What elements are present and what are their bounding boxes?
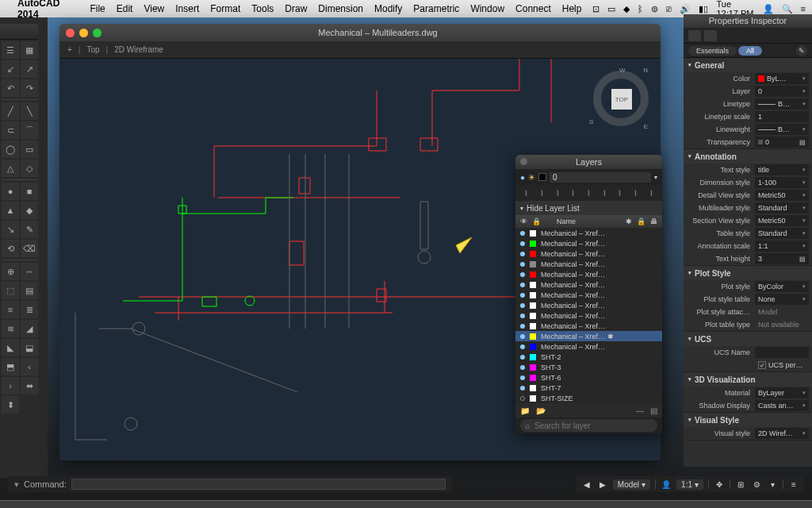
tool-0[interactable]: ☰ xyxy=(2,41,19,59)
visibility-icon[interactable] xyxy=(520,365,525,370)
layer-row[interactable]: Mechanical – Xref… xyxy=(515,279,662,290)
current-layer-row[interactable]: ● ☀ 0 ▾ xyxy=(515,169,662,185)
menu-format[interactable]: Format xyxy=(210,3,240,14)
menubar-icon[interactable]: ⊡ xyxy=(592,4,599,14)
tool-43[interactable]: ⬍ xyxy=(2,396,19,414)
tool-33[interactable]: ◣ xyxy=(2,339,19,356)
layer-row[interactable]: Mechanical – Xref… xyxy=(515,300,662,310)
tool-18[interactable]: ▲ xyxy=(2,202,19,219)
layer-row[interactable]: Mechanical – Xref… xyxy=(515,259,662,269)
menu-view[interactable]: View xyxy=(144,3,164,14)
menubar-wifi-icon[interactable]: ⊜ xyxy=(651,4,658,14)
tool-14[interactable]: △ xyxy=(2,160,19,177)
tool-16[interactable]: ● xyxy=(2,183,19,200)
tool-13[interactable]: ▭ xyxy=(21,140,38,158)
tool-19[interactable]: ◆ xyxy=(21,202,38,219)
status-annotation-scale[interactable]: 1:1 ▾ xyxy=(676,479,703,490)
tool-1[interactable]: ▦ xyxy=(21,41,38,59)
tool-21[interactable]: ✎ xyxy=(21,221,38,238)
menu-tools[interactable]: Tools xyxy=(251,3,274,14)
visibility-icon[interactable] xyxy=(520,344,525,349)
col-icon[interactable]: 🔒 xyxy=(637,217,645,225)
command-input[interactable] xyxy=(71,479,446,490)
tool-6[interactable]: ↶ xyxy=(2,79,19,97)
col-icon[interactable]: 🖶 xyxy=(650,217,657,225)
settings-icon[interactable]: ▤ xyxy=(650,406,657,415)
tool-42[interactable]: ⬌ xyxy=(21,377,38,394)
layer-row[interactable]: Mechanical – Xref… xyxy=(515,228,662,238)
zoom-button[interactable] xyxy=(93,29,102,37)
status-menu-icon[interactable]: ≡ xyxy=(788,479,799,490)
tool-10[interactable]: ⊂ xyxy=(2,121,19,139)
prop-visual-style[interactable]: 2D Wiref…▾ xyxy=(755,428,809,439)
menubar-notifications-icon[interactable]: ≡ xyxy=(801,4,806,13)
visibility-icon[interactable] xyxy=(520,283,525,287)
menu-draw[interactable]: Draw xyxy=(285,3,307,14)
tool-23[interactable]: ⌫ xyxy=(21,240,38,257)
tool-15[interactable]: ◇ xyxy=(21,160,38,177)
props-brush-tab-icon[interactable] xyxy=(704,30,717,41)
prop-plot-style-table[interactable]: None▾ xyxy=(755,294,809,305)
section-ucs[interactable]: UCS xyxy=(684,332,812,346)
menubar-icon[interactable]: ▭ xyxy=(607,4,615,14)
layer-row[interactable]: SHT-7 xyxy=(515,383,662,393)
filter-icon[interactable]: ⌇ xyxy=(521,187,532,198)
col-icon[interactable]: ✱ xyxy=(626,217,632,225)
visibility-icon[interactable] xyxy=(520,252,525,256)
prop-detail-view-style[interactable]: Metric50▾ xyxy=(755,190,809,201)
layer-row[interactable]: SHT-3 xyxy=(515,362,662,372)
prop-color[interactable]: ByL…▾ xyxy=(755,73,809,84)
tool-24[interactable]: ⊕ xyxy=(2,263,19,280)
layers-title[interactable]: Layers xyxy=(515,155,662,169)
status-grid-icon[interactable]: ⊞ xyxy=(735,479,746,490)
menubar-battery-icon[interactable]: ▮▯ xyxy=(699,4,708,14)
filter-icon[interactable]: ⌇ xyxy=(630,187,641,198)
prop-transparency[interactable]: 0▤ xyxy=(755,137,809,148)
tool-9[interactable]: ╲ xyxy=(21,102,38,120)
status-snap-icon[interactable]: ✥ xyxy=(714,479,725,490)
status-prev-icon[interactable]: ◀ xyxy=(581,479,592,490)
visibility-icon[interactable] xyxy=(520,241,525,246)
visual-style-label[interactable]: 2D Wireframe xyxy=(114,45,163,54)
menubar-volume-icon[interactable]: 🔊 xyxy=(680,4,691,14)
tool-36[interactable]: ⬓ xyxy=(21,339,38,356)
filter-icon[interactable]: ⌇ xyxy=(583,187,594,198)
layer-row[interactable]: Mechanical – Xref… xyxy=(515,321,662,331)
viewcube-face[interactable]: TOP xyxy=(611,89,632,110)
visibility-icon[interactable] xyxy=(520,272,525,277)
layer-row[interactable]: Mechanical – Xref… xyxy=(515,269,662,279)
dropdown-icon[interactable]: ▾ xyxy=(654,174,657,181)
prop-lineweight[interactable]: B…▾ xyxy=(755,124,809,135)
visibility-icon[interactable] xyxy=(520,303,525,308)
tool-5[interactable]: ↗ xyxy=(21,60,38,78)
properties-title[interactable]: Properties Inspector xyxy=(684,14,812,28)
menubar-user-icon[interactable]: 👤 xyxy=(763,4,774,14)
prop-shadow-display[interactable]: Casts an…▾ xyxy=(755,400,809,411)
section-annotation[interactable]: Annotation xyxy=(684,149,812,164)
layer-row[interactable]: Mechanical – Xref… xyxy=(515,310,662,321)
layer-row[interactable]: SHT-SIZE xyxy=(515,393,662,403)
layer-row[interactable]: Mechanical – Xref… ✱ xyxy=(515,331,662,341)
prop-multileader-style[interactable]: Standard▾ xyxy=(755,202,809,214)
breadcrumb-top[interactable]: Top xyxy=(86,45,99,54)
visibility-icon[interactable] xyxy=(520,375,525,380)
visibility-icon[interactable] xyxy=(520,396,525,401)
prop-text-style[interactable]: title▾ xyxy=(755,164,809,175)
filter-icon[interactable]: ⌇ xyxy=(599,187,610,198)
prop-ucs-per[interactable]: ✓UCS per… xyxy=(755,360,809,371)
layer-row[interactable]: SHT-2 xyxy=(515,352,662,362)
visibility-icon[interactable] xyxy=(520,386,525,391)
menu-file[interactable]: File xyxy=(90,3,105,14)
status-model-tab[interactable]: Model ▾ xyxy=(613,479,650,490)
menu-window[interactable]: Window xyxy=(470,3,504,14)
visibility-icon[interactable] xyxy=(520,355,525,360)
tool-41[interactable]: › xyxy=(2,377,19,394)
section-visual-style[interactable]: Visual Style xyxy=(684,413,812,427)
command-history-icon[interactable]: ▾ xyxy=(14,479,19,490)
visibility-icon[interactable] xyxy=(520,293,525,298)
section-plot-style[interactable]: Plot Style xyxy=(684,266,812,280)
tool-17[interactable]: ■ xyxy=(21,183,38,200)
prop-section-view-style[interactable]: Metric50▾ xyxy=(755,215,809,226)
name-col[interactable]: Name xyxy=(546,217,621,225)
new-layer-icon[interactable]: 📁 xyxy=(520,406,530,415)
